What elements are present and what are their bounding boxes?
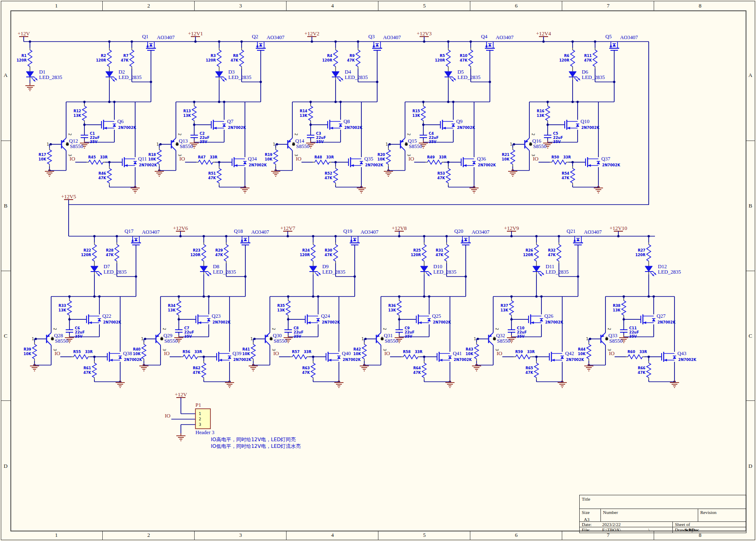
date-label: Date:	[582, 522, 592, 527]
cap-v2: 35V	[629, 334, 637, 338]
pmos-value: AO3407	[251, 229, 269, 235]
stage-+12V: +12VR2120RD2LED_2835R747KQ1AO3407R1213KQ…	[17, 30, 175, 193]
bias-res-ref: R34	[168, 304, 175, 308]
pnp-pin2: 2	[53, 328, 57, 330]
pullup-res-value: 47K	[325, 253, 333, 257]
io-res-ref: R49	[427, 155, 435, 159]
io-nmos-value: 2N7002K	[566, 358, 584, 362]
cap-v1: 22uF	[429, 136, 439, 140]
io-nmos-ref: Q11	[138, 156, 147, 162]
pnp-ref: Q12	[69, 138, 78, 144]
io-net-label: IO	[179, 156, 185, 162]
pnp-value: S8550	[533, 143, 546, 149]
cap-v1: 22uF	[553, 136, 563, 140]
led-res-value: 120R	[190, 253, 201, 257]
file-label: File:	[582, 527, 590, 532]
led-triangle	[445, 72, 452, 77]
stage-+12V3: +12V3R5120RD5LED_2835R1047KQ4AO3407R1513…	[378, 30, 514, 193]
led-res-ref: R5	[440, 54, 445, 58]
pnp-value: S8550	[164, 338, 178, 344]
led-ref: D6	[582, 69, 588, 75]
cap-ref: C5	[553, 131, 558, 136]
pd-res-ref: R62	[193, 366, 200, 370]
bias-res-value: 13K	[413, 114, 420, 118]
nmos-value: 2N7002K	[545, 320, 563, 324]
junction-dot	[287, 235, 289, 237]
io-nmos-value: 2N7002K	[602, 163, 620, 167]
connector-type: Header 3	[195, 430, 214, 435]
io-res-value: 33R	[210, 155, 217, 159]
pd-res-value: 47K	[413, 371, 421, 375]
revision-label: Revision	[700, 510, 716, 515]
led-ref: D8	[213, 264, 219, 269]
nmos-ref: Q27	[657, 313, 666, 319]
cap-v1: 22uF	[75, 330, 85, 334]
drawn-by-overlap: SchDoc	[684, 527, 699, 532]
pnp-ref: Q30	[273, 333, 282, 338]
pd-res-ref: R53	[437, 171, 445, 175]
nmos-ref: Q10	[581, 119, 590, 124]
pd-res-ref: R46	[99, 171, 106, 175]
led-value: LED_2835	[119, 74, 142, 80]
junction-dot	[477, 338, 479, 340]
io-res-ref: R56	[183, 350, 190, 354]
base-res-ref: R18	[148, 153, 156, 157]
size-label: Size	[582, 510, 590, 515]
pnp-pin1: 1	[273, 142, 275, 146]
pd-res-value: 47K	[99, 176, 106, 180]
first-led-ref: D1	[39, 69, 45, 75]
pmos-ref: Q2	[252, 34, 258, 40]
bias-res-ref: R12	[74, 109, 81, 113]
led-res-value: 120R	[411, 253, 421, 257]
base-res-value: 10K	[466, 352, 474, 356]
pd-res-value: 47K	[325, 176, 333, 180]
power-net-+12V: +12V	[17, 30, 30, 37]
io-res-ref: R45	[88, 155, 96, 159]
first-led-value: LED_2835	[39, 74, 62, 80]
pnp-b-marker: B	[292, 142, 295, 146]
pmos-ref: Q21	[566, 228, 576, 234]
connector-body	[195, 409, 210, 429]
cap-v1: 22uF	[184, 330, 194, 334]
pnp-pin1: 1	[156, 142, 159, 146]
led-triangle	[309, 266, 317, 272]
junction-dot	[423, 295, 425, 298]
pd-res-ref: R65	[526, 366, 533, 370]
led-triangle	[200, 266, 208, 272]
pnp-pin2: 2	[407, 133, 411, 136]
led-res-value: 120R	[322, 58, 333, 62]
pnp-value: S8550	[609, 338, 623, 344]
pnp-ref: Q16	[532, 138, 541, 144]
nmos-ref: Q23	[212, 313, 221, 319]
led-res-value: 120R	[96, 58, 106, 62]
note-line-2: IO低电平，同时给12V电，LED灯流水亮	[211, 443, 301, 450]
connector-ref: P1	[195, 402, 201, 408]
led-value: LED_2835	[104, 269, 127, 275]
led-triangle	[215, 72, 223, 77]
base-res-ref: R19	[265, 153, 272, 157]
bias-res-value: 13K	[300, 114, 308, 118]
bias-res-ref: R15	[413, 109, 420, 113]
bias-res-ref: R33	[59, 304, 66, 308]
file-value-2: \	[648, 527, 650, 532]
io-res-ref: R47	[198, 155, 205, 159]
cap-v2: 35V	[200, 140, 208, 144]
pnp-pin2: 2	[383, 328, 387, 330]
pnp-value: S8550	[497, 338, 510, 344]
led-triangle	[533, 266, 540, 272]
pmos-ref: Q4	[481, 34, 488, 40]
io-res-ref: R50	[551, 155, 559, 159]
stage-+12V6: +12V6R23120RD8LED_2835R2947KQ18AO3407R34…	[133, 225, 269, 388]
io-nmos-ref: Q43	[677, 351, 687, 356]
io-net-label: IO	[408, 156, 414, 162]
pd-res-value: 47K	[84, 371, 91, 375]
bias-res-ref: R14	[300, 109, 307, 113]
bias-res-value: 13K	[613, 308, 621, 312]
pmos-ref: Q20	[454, 228, 463, 234]
power-net-+12V2: +12V2	[304, 30, 319, 37]
cap-ref: C3	[316, 131, 321, 136]
junction-dot	[144, 338, 146, 340]
pmos-ref: Q5	[605, 34, 612, 40]
base-res-value: 10K	[265, 157, 273, 161]
junction-dot	[388, 143, 391, 146]
